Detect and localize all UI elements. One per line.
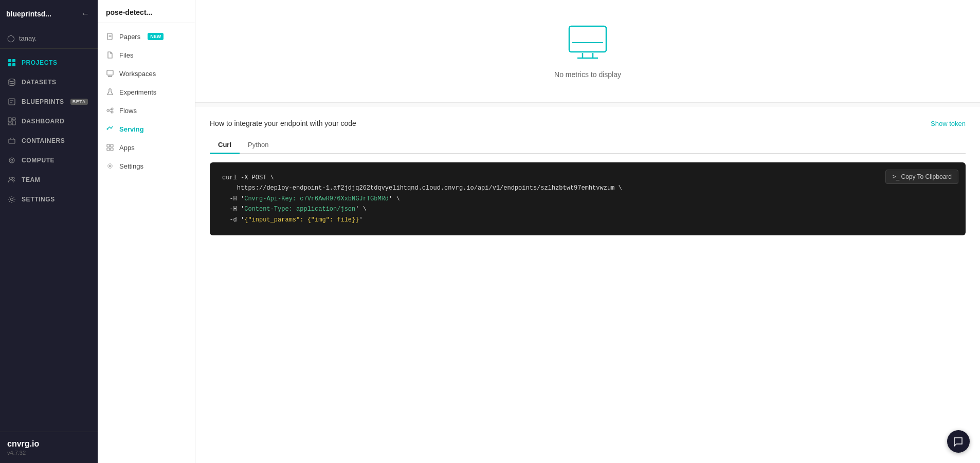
code-data: {"input_params": {"img": file}} xyxy=(244,216,359,224)
collapse-button[interactable]: ← xyxy=(79,7,92,21)
serving-icon xyxy=(106,125,114,133)
code-content-type: Content-Type: application/json xyxy=(244,206,355,213)
svg-point-28 xyxy=(111,111,113,113)
svg-rect-37 xyxy=(569,26,606,52)
workspace-name: blueprintsd... xyxy=(6,10,51,18)
svg-rect-10 xyxy=(12,121,15,125)
main-content: No metrics to display How to integrate y… xyxy=(195,0,980,463)
sidebar-item-compute[interactable]: COMPUTE xyxy=(0,151,98,170)
main-nav: PROJECTS DATASETS BLUEPRINTS BETA DASHBO… xyxy=(0,49,98,432)
settings-label: SETTINGS xyxy=(22,196,55,203)
code-tabs: Curl Python xyxy=(210,137,966,154)
apps-label: Apps xyxy=(119,144,135,152)
svg-point-14 xyxy=(11,159,13,161)
brand-name: cnvrg.io xyxy=(7,439,90,449)
sidebar-item-datasets[interactable]: DATASETS xyxy=(0,72,98,92)
dashboard-icon xyxy=(7,117,16,126)
containers-label: CONTAINERS xyxy=(22,137,65,144)
dashboard-label: DASHBOARD xyxy=(22,118,64,125)
sidebar-secondary: pose-detect... Papers NEW Files Workspac… xyxy=(98,0,195,463)
svg-line-29 xyxy=(109,109,111,110)
datasets-label: DATASETS xyxy=(22,79,57,86)
svg-point-17 xyxy=(11,198,13,201)
project-nav: Papers NEW Files Workspaces Experiments xyxy=(98,23,195,179)
compute-label: COMPUTE xyxy=(22,157,55,164)
secondary-item-files[interactable]: Files xyxy=(98,46,195,64)
apps-icon xyxy=(106,143,114,152)
sidebar-item-blueprints[interactable]: BLUEPRINTS BETA xyxy=(0,92,98,112)
files-icon xyxy=(106,51,114,59)
projects-icon xyxy=(7,58,16,67)
project-name: pose-detect... xyxy=(98,0,195,23)
tab-python[interactable]: Python xyxy=(240,137,277,154)
sidebar-left: blueprintsd... ← ◯ tanay. PROJECTS DATAS… xyxy=(0,0,98,463)
show-token-button[interactable]: Show token xyxy=(931,120,966,127)
svg-rect-11 xyxy=(8,123,11,125)
team-icon xyxy=(7,175,16,184)
serving-label: Serving xyxy=(119,125,144,133)
svg-rect-35 xyxy=(111,148,113,151)
workspace-header: blueprintsd... ← xyxy=(0,0,98,28)
svg-rect-34 xyxy=(107,148,110,151)
settings-item-icon xyxy=(106,162,114,170)
workspaces-icon xyxy=(106,69,114,78)
papers-icon xyxy=(106,32,114,41)
chat-bubble-button[interactable] xyxy=(947,430,970,453)
experiments-icon xyxy=(106,88,114,96)
secondary-item-settings[interactable]: Settings xyxy=(98,157,195,175)
secondary-item-flows[interactable]: Flows xyxy=(98,101,195,120)
svg-line-30 xyxy=(109,111,111,112)
svg-point-31 xyxy=(107,128,108,130)
svg-rect-21 xyxy=(107,70,113,75)
svg-point-13 xyxy=(9,158,14,163)
svg-rect-3 xyxy=(12,63,15,66)
papers-label: Papers xyxy=(119,33,140,41)
experiments-label: Experiments xyxy=(119,88,156,96)
integration-header: How to integrate your endpoint with your… xyxy=(210,119,966,127)
secondary-item-workspaces[interactable]: Workspaces xyxy=(98,64,195,83)
secondary-item-papers[interactable]: Papers NEW xyxy=(98,27,195,46)
svg-rect-5 xyxy=(9,99,15,105)
svg-rect-2 xyxy=(8,63,11,66)
secondary-item-serving[interactable]: Serving xyxy=(98,120,195,138)
new-badge: NEW xyxy=(148,33,164,40)
secondary-item-experiments[interactable]: Experiments xyxy=(98,83,195,101)
monitor-icon xyxy=(567,24,608,62)
files-label: Files xyxy=(119,51,133,59)
projects-label: PROJECTS xyxy=(22,59,57,66)
tab-curl[interactable]: Curl xyxy=(210,137,240,154)
compute-icon xyxy=(7,156,16,165)
code-block: >_ Copy To Clipboard curl -X POST \ http… xyxy=(210,162,966,235)
settings-item-label: Settings xyxy=(119,162,143,170)
svg-point-26 xyxy=(107,109,109,112)
sidebar-item-team[interactable]: TEAM xyxy=(0,170,98,190)
svg-rect-8 xyxy=(8,118,11,122)
svg-point-15 xyxy=(10,177,12,180)
secondary-item-apps[interactable]: Apps xyxy=(98,138,195,157)
metrics-panel: No metrics to display xyxy=(195,0,980,103)
containers-icon xyxy=(7,136,16,145)
svg-rect-1 xyxy=(12,59,15,62)
beta-badge: BETA xyxy=(70,99,88,105)
sidebar-item-dashboard[interactable]: DASHBOARD xyxy=(0,112,98,131)
svg-point-4 xyxy=(9,79,15,82)
integration-title: How to integrate your endpoint with your… xyxy=(210,119,356,127)
svg-rect-33 xyxy=(111,144,113,147)
workspaces-label: Workspaces xyxy=(119,70,156,78)
sidebar-footer: cnvrg.io v4.7.32 xyxy=(0,432,98,463)
blueprints-label: BLUEPRINTS xyxy=(22,98,64,105)
sidebar-item-projects[interactable]: PROJECTS xyxy=(0,53,98,72)
copy-to-clipboard-button[interactable]: >_ Copy To Clipboard xyxy=(885,170,958,184)
settings-nav-icon xyxy=(7,195,16,204)
user-info: ◯ tanay. xyxy=(0,28,98,49)
app-version: v4.7.32 xyxy=(7,450,90,456)
flows-label: Flows xyxy=(119,107,137,115)
sidebar-item-containers[interactable]: CONTAINERS xyxy=(0,131,98,151)
sidebar-item-settings[interactable]: SETTINGS xyxy=(0,190,98,209)
svg-rect-9 xyxy=(12,118,15,120)
code-line5-end: ' xyxy=(359,216,362,224)
svg-point-36 xyxy=(109,165,111,167)
code-content: curl -X POST \ https://deploy-endpoint-1… xyxy=(222,173,953,225)
user-icon: ◯ xyxy=(7,34,15,42)
integration-panel: How to integrate your endpoint with your… xyxy=(195,107,980,463)
